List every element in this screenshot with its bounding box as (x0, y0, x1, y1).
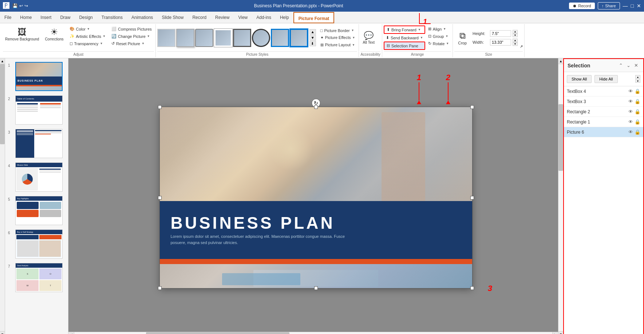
items-scroll-up[interactable]: ▲ (635, 75, 640, 79)
send-backward-button[interactable]: ⬇ Send Backward ▼ (384, 34, 425, 41)
canvas-scroll-right[interactable]: ▶ (552, 332, 558, 334)
tab-record[interactable]: Record (188, 12, 211, 23)
tab-addins[interactable]: Add-ins (252, 12, 276, 23)
size-expand-icon[interactable]: ↗ (520, 44, 523, 48)
crop-button[interactable]: ⧉ Crop (454, 28, 470, 47)
selection-item-rectangle2[interactable]: Rectangle 2 👁 🔒 (564, 107, 643, 117)
hide-all-button[interactable]: Hide All (594, 75, 617, 83)
alt-text-button[interactable]: 💬 Alt Text (360, 30, 377, 46)
save-icon[interactable]: 💾 (12, 3, 18, 8)
tab-design[interactable]: Design (75, 12, 97, 23)
picture-style-4[interactable] (214, 29, 232, 47)
bring-forward-dropdown-icon[interactable]: ▼ (418, 28, 421, 31)
color-button[interactable]: 🎨 Color ▼ (67, 25, 108, 32)
slide-thumb-4[interactable]: 4 Mission Slide (7, 161, 67, 193)
remove-background-button[interactable]: 🖼 Remove Background (3, 25, 41, 43)
group-dropdown-icon[interactable]: ▼ (445, 35, 448, 38)
width-input[interactable] (490, 39, 511, 46)
transparency-dropdown-icon[interactable]: ▼ (100, 42, 103, 45)
rectangle2-lock-icon[interactable]: 🔒 (635, 109, 640, 114)
color-dropdown-icon[interactable]: ▼ (87, 27, 90, 31)
corrections-button[interactable]: ☀ Corrections (43, 25, 66, 43)
picture-style-2[interactable] (176, 29, 194, 47)
picture-style-1[interactable] (157, 29, 175, 47)
tab-insert[interactable]: Insert (36, 12, 56, 23)
tab-draw[interactable]: Draw (56, 12, 75, 23)
tab-review[interactable]: Review (211, 12, 234, 23)
handle-mr[interactable] (470, 196, 474, 200)
change-picture-button[interactable]: 🔄 Change Picture ▼ (109, 33, 154, 40)
tab-transitions[interactable]: Transitions (97, 12, 127, 23)
align-dropdown-icon[interactable]: ▼ (443, 27, 446, 31)
layout-dropdown-icon[interactable]: ▼ (352, 43, 355, 47)
artistic-effects-button[interactable]: ✨ Artistic Effects ▼ (67, 33, 108, 40)
rectangle1-visibility-icon[interactable]: 👁 (628, 119, 633, 125)
height-decrement[interactable]: ▼ (513, 34, 518, 37)
handle-br[interactable] (470, 286, 474, 290)
textbox4-visibility-icon[interactable]: 👁 (628, 89, 633, 94)
picture-effects-button[interactable]: ✦ Picture Effects ▼ (318, 34, 357, 41)
handle-bl[interactable] (158, 286, 162, 290)
align-button[interactable]: ⊞ Align ▼ (426, 25, 451, 32)
artistic-dropdown-icon[interactable]: ▼ (103, 35, 106, 38)
slide-thumb-2[interactable]: 2 Table of Contents (7, 94, 67, 126)
styles-scroll-up[interactable]: ▲ (309, 29, 316, 35)
pane-collapse-button[interactable]: ⌃ (617, 62, 624, 69)
maximize-icon[interactable]: □ (631, 3, 634, 9)
styles-scroll-down[interactable]: ▼ (309, 35, 316, 40)
reset-picture-button[interactable]: ↺ Reset Picture ▼ (109, 40, 154, 47)
picture6-visibility-icon[interactable]: 👁 (628, 129, 633, 135)
selection-pane-button[interactable]: ⊟ Selection Pane (384, 42, 425, 50)
effects-dropdown-icon[interactable]: ▼ (352, 36, 355, 39)
tab-animations[interactable]: Animations (127, 12, 157, 23)
slide-thumb-7[interactable]: 7 Swot Analysis S W O T (7, 262, 67, 294)
rotate-button[interactable]: ↻ Rotate ▼ (426, 40, 451, 47)
width-decrement[interactable]: ▼ (513, 42, 518, 46)
handle-tc[interactable] (314, 105, 318, 109)
rotate-dropdown-icon[interactable]: ▼ (446, 42, 449, 45)
textbox3-visibility-icon[interactable]: 👁 (628, 99, 633, 104)
selection-item-rectangle1[interactable]: Rectangle 1 👁 🔒 (564, 117, 643, 127)
border-dropdown-icon[interactable]: ▼ (351, 29, 354, 32)
reset-dropdown-icon[interactable]: ▼ (142, 42, 145, 45)
tab-picture-format[interactable]: Picture Format (293, 12, 335, 23)
selection-item-textbox3[interactable]: TextBox 3 👁 🔒 (564, 97, 643, 107)
styles-expand[interactable]: ⬇ (309, 41, 316, 46)
share-button[interactable]: ↑ Share (598, 2, 620, 9)
canvas-scroll-down[interactable]: ▼ (558, 331, 563, 334)
undo-icon[interactable]: ↩ (19, 3, 23, 8)
slides-scroll-up[interactable]: ▲ (0, 58, 5, 64)
picture-style-3[interactable] (195, 29, 213, 47)
show-all-button[interactable]: Show All (567, 75, 592, 83)
selection-item-picture6[interactable]: Picture 6 👁 🔒 (564, 127, 643, 137)
picture-style-6[interactable] (252, 29, 270, 47)
picture-layout-button[interactable]: ⊞ Picture Layout ▼ (318, 42, 357, 48)
handle-tl[interactable] (158, 105, 162, 109)
canvas-scroll-thumb[interactable] (558, 104, 563, 171)
picture-style-5[interactable] (233, 29, 251, 47)
textbox4-lock-icon[interactable]: 🔒 (635, 89, 640, 94)
transparency-button[interactable]: ◻ Transparency ▼ (67, 40, 108, 47)
width-increment[interactable]: ▲ (513, 39, 518, 42)
height-increment[interactable]: ▲ (513, 30, 518, 34)
tab-help[interactable]: Help (276, 12, 293, 23)
canvas-scroll-left[interactable]: ◀ (68, 332, 74, 334)
send-backward-dropdown-icon[interactable]: ▼ (420, 36, 423, 39)
compress-pictures-button[interactable]: ⬜ Compress Pictures (109, 25, 154, 32)
height-input[interactable] (490, 30, 511, 37)
canvas-hscroll-thumb[interactable] (146, 332, 289, 334)
rectangle2-visibility-icon[interactable]: 👁 (628, 109, 633, 114)
picture-style-8[interactable] (290, 29, 308, 47)
change-picture-dropdown-icon[interactable]: ▼ (147, 35, 150, 38)
textbox3-lock-icon[interactable]: 🔒 (635, 99, 640, 104)
slides-scroll-down[interactable]: ▼ (0, 331, 5, 334)
selection-item-textbox4[interactable]: TextBox 4 👁 🔒 (564, 86, 643, 97)
bring-forward-button[interactable]: ⬆ Bring Forward ▼ (384, 25, 425, 34)
redo-icon[interactable]: ↪ (24, 3, 28, 8)
picture-border-button[interactable]: □ Picture Border ▼ (318, 27, 357, 34)
tab-slideshow[interactable]: Slide Show (157, 12, 188, 23)
picture6-lock-icon[interactable]: 🔒 (635, 129, 640, 135)
pane-close-button[interactable]: ✕ (633, 62, 640, 69)
group-button[interactable]: ⊡ Group ▼ (426, 33, 451, 40)
picture-style-7[interactable] (271, 29, 289, 47)
